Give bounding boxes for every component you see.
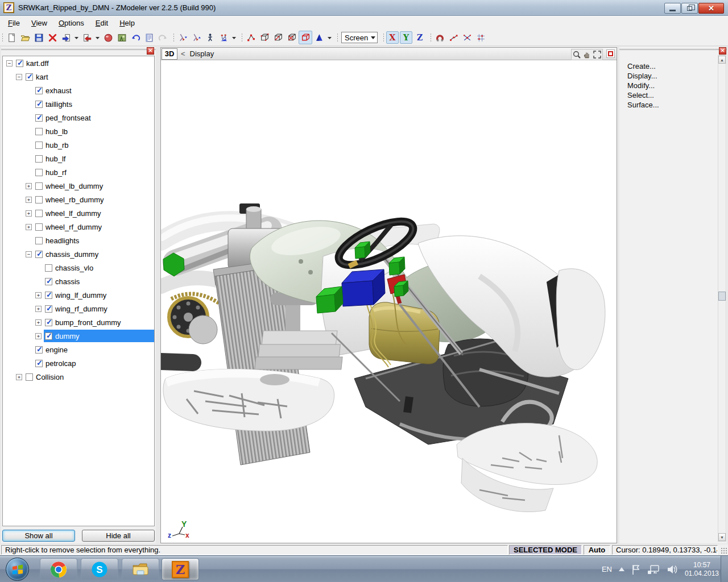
action-center-flag-icon[interactable] <box>631 564 640 575</box>
expand-icon[interactable]: + <box>35 306 42 312</box>
skeleton-group-button[interactable] <box>217 31 230 44</box>
material-editor-button[interactable] <box>115 31 129 44</box>
language-indicator[interactable]: EN <box>602 565 612 573</box>
walking-person-button[interactable] <box>203 31 217 44</box>
visibility-checkbox[interactable] <box>35 210 43 217</box>
dropdown-caret-icon[interactable] <box>94 31 101 44</box>
fit-view-icon[interactable] <box>593 50 602 59</box>
tree-row-bump-front-dummy[interactable]: +bump_front_dummy <box>3 315 154 329</box>
network-icon[interactable] <box>647 564 660 575</box>
tree-row-wheel-lb-dummy[interactable]: +wheel_lb_dummy <box>3 179 154 193</box>
dropdown-caret-icon[interactable] <box>326 31 333 44</box>
viewport-maximize-icon[interactable] <box>606 49 615 58</box>
clock[interactable]: 10:57 01.04.2013 <box>685 561 719 578</box>
open-file-button[interactable] <box>18 31 32 44</box>
tree-row-chassis[interactable]: chassis <box>3 275 154 288</box>
tree-row-headlights[interactable]: headlights <box>3 234 154 247</box>
expand-icon[interactable]: + <box>35 319 42 326</box>
undo-button[interactable] <box>129 31 142 44</box>
visibility-checkbox[interactable] <box>26 73 33 81</box>
axis-x-button[interactable]: X <box>386 31 399 44</box>
new-file-button[interactable] <box>5 31 18 44</box>
visibility-checkbox[interactable] <box>35 142 43 149</box>
tree-row-engine[interactable]: engine <box>3 343 154 356</box>
snap-grid-button[interactable] <box>474 31 487 44</box>
edges-level-button[interactable] <box>258 31 271 44</box>
visibility-checkbox[interactable] <box>35 182 43 190</box>
faces-level-button[interactable] <box>271 31 285 44</box>
notepad-button[interactable] <box>142 31 156 44</box>
visibility-checkbox[interactable] <box>35 87 43 94</box>
visibility-checkbox[interactable] <box>45 264 52 272</box>
scroll-down-icon[interactable]: ▼ <box>718 533 726 541</box>
visibility-checkbox[interactable] <box>35 251 43 258</box>
tree-row-wing-lf-dummy[interactable]: +wing_lf_dummy <box>3 288 154 302</box>
panel-close-icon[interactable]: ✕ <box>147 47 154 55</box>
taskbar-skype-button[interactable]: S <box>81 558 118 580</box>
collapse-icon[interactable]: − <box>16 74 22 80</box>
hidden-icons-arrow[interactable] <box>619 564 624 571</box>
export-model-button[interactable] <box>80 31 94 44</box>
collapse-icon[interactable]: − <box>6 60 13 66</box>
visibility-checkbox[interactable] <box>26 373 33 381</box>
delete-button[interactable] <box>46 31 59 44</box>
hide-all-button[interactable]: Hide all <box>82 530 155 542</box>
visibility-checkbox[interactable] <box>35 101 43 108</box>
tree-row-hub-lb[interactable]: hub_lb <box>3 124 154 138</box>
visibility-checkbox[interactable] <box>45 305 52 313</box>
tree-row-kart[interactable]: −kart <box>3 70 154 84</box>
viewport-back-arrow[interactable]: < <box>181 49 185 58</box>
taskbar-explorer-button[interactable] <box>122 558 159 580</box>
collapse-icon[interactable]: − <box>26 251 32 257</box>
visibility-checkbox[interactable] <box>35 237 43 244</box>
dropdown-caret-icon[interactable] <box>73 31 80 44</box>
save-file-button[interactable] <box>32 31 46 44</box>
viewport-canvas[interactable]: Y x z <box>161 60 617 543</box>
tree-row-collision[interactable]: +Collision <box>3 370 154 384</box>
expand-icon[interactable]: + <box>26 183 32 189</box>
visibility-checkbox[interactable] <box>35 169 43 176</box>
tree-row-petrolcap[interactable]: petrolcap <box>3 356 154 370</box>
tree-row-hub-rf[interactable]: hub_rf <box>3 165 154 179</box>
tree-row-taillights[interactable]: taillights <box>3 97 154 111</box>
zoom-icon[interactable] <box>572 50 581 59</box>
resize-grip[interactable] <box>721 547 727 554</box>
polygons-level-button[interactable] <box>285 31 299 44</box>
expand-icon[interactable]: + <box>26 197 32 203</box>
tree-row-wheel-rb-dummy[interactable]: +wheel_rb_dummy <box>3 193 154 206</box>
menu-edit[interactable]: Edit <box>90 17 114 29</box>
tree-row-chassis-dummy[interactable]: −chassis_dummy <box>3 247 154 261</box>
tree-row-ped-frontseat[interactable]: ped_frontseat <box>3 111 154 124</box>
command-display[interactable]: Display... <box>619 71 727 81</box>
commands-scrollbar[interactable]: ▲ ▼ <box>718 55 726 542</box>
show-desktop-button[interactable] <box>721 556 728 582</box>
volume-icon[interactable] <box>667 564 678 575</box>
visibility-checkbox[interactable] <box>35 196 43 203</box>
cone-tool-button[interactable] <box>312 31 326 44</box>
tweezers-up-button[interactable] <box>189 31 203 44</box>
visibility-checkbox[interactable] <box>35 128 43 135</box>
visibility-checkbox[interactable] <box>35 223 43 231</box>
command-modify[interactable]: Modify... <box>619 81 727 90</box>
command-surface[interactable]: Surface... <box>619 100 727 110</box>
close-button[interactable]: ✕ <box>698 3 724 14</box>
snap-vertex-button[interactable] <box>446 31 460 44</box>
show-all-button[interactable]: Show all <box>2 530 75 542</box>
menu-file[interactable]: File <box>2 17 26 29</box>
expand-icon[interactable]: + <box>26 210 32 217</box>
import-model-button[interactable] <box>59 31 73 44</box>
expand-icon[interactable]: + <box>26 224 32 230</box>
visibility-checkbox[interactable] <box>35 155 43 163</box>
visibility-checkbox[interactable] <box>45 332 52 340</box>
visibility-checkbox[interactable] <box>16 60 23 67</box>
tree-row-kart-dff[interactable]: −kart.dff <box>3 56 154 70</box>
visibility-checkbox[interactable] <box>35 114 43 122</box>
taskbar-chrome-button[interactable] <box>40 558 77 580</box>
tree-row-exhaust[interactable]: exhaust <box>3 84 154 97</box>
magnet-button[interactable] <box>433 31 446 44</box>
menu-options[interactable]: Options <box>53 17 90 29</box>
dropdown-caret-icon[interactable] <box>230 31 238 44</box>
visibility-checkbox[interactable] <box>35 346 43 354</box>
pan-hand-icon[interactable] <box>582 50 592 59</box>
tree-row-wing-rf-dummy[interactable]: +wing_rf_dummy <box>3 302 154 315</box>
